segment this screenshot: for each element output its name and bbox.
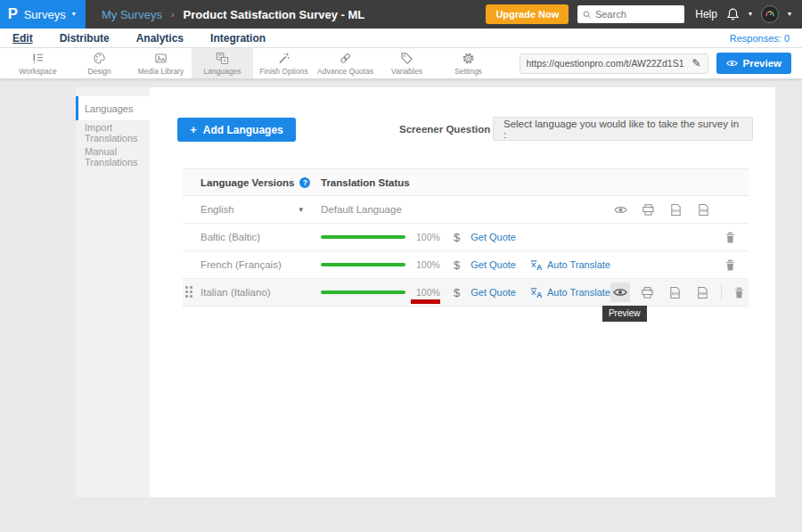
search-icon: [583, 10, 592, 20]
tool-variables[interactable]: Variables: [376, 48, 438, 78]
language-name: Baltic (Baltic): [200, 232, 260, 242]
get-quote-link[interactable]: Get Quote: [471, 259, 516, 270]
status-cell: 100% $ Get Quote: [321, 224, 749, 250]
print-icon[interactable]: [638, 282, 658, 302]
auto-translate-label: Auto Translate: [547, 287, 610, 298]
auto-translate-link[interactable]: A Auto Translate: [530, 287, 610, 299]
export-doc-icon[interactable]: DOC: [666, 200, 685, 219]
get-quote-link[interactable]: Get Quote: [471, 287, 516, 298]
translate-icon: A: [530, 259, 543, 271]
bell-icon[interactable]: [726, 7, 740, 21]
auto-translate-label: Auto Translate: [547, 259, 610, 270]
breadcrumb-separator-icon: ›: [171, 9, 175, 20]
tool-advance-quotas[interactable]: Advance Quotas: [315, 48, 376, 78]
sidebar-item-import-translations[interactable]: Import Translations: [76, 120, 150, 144]
status-cell: Default Language DOC PDF: [321, 196, 749, 223]
survey-url: https://questionpro.com/t/AW22Zd1S1: [527, 58, 684, 69]
column-language-versions: Language Versions ?: [183, 177, 321, 188]
screener-question-select[interactable]: Select language you would like to take t…: [493, 117, 753, 141]
tool-label: Advance Quotas: [317, 67, 373, 76]
responses-count[interactable]: Responses: 0: [730, 33, 790, 44]
sidebar-item-manual-translations[interactable]: Manual Translations: [76, 144, 150, 168]
table-row-english: English ▾ Default Language DOC PDF: [183, 196, 749, 224]
table-row-italian: Italian (Italiano) 100% $ Get Quote A Au…: [183, 279, 749, 307]
preview-button-label: Preview: [743, 58, 782, 69]
dollar-icon[interactable]: $: [454, 258, 460, 272]
preview-tooltip: Preview: [602, 306, 647, 322]
export-pdf-icon[interactable]: PDF: [693, 200, 713, 219]
preview-button[interactable]: Preview: [716, 53, 791, 74]
dollar-icon[interactable]: $: [454, 286, 460, 299]
svg-text:A: A: [536, 263, 543, 271]
tool-languages[interactable]: A Languages: [192, 48, 253, 78]
table-row-french: French (Français) 100% $ Get Quote A Aut…: [183, 251, 749, 279]
breadcrumb-my-surveys[interactable]: My Surveys: [102, 8, 162, 21]
column-translation-status: Translation Status: [321, 177, 410, 188]
languages-panel: Languages Import Translations Manual Tra…: [76, 87, 775, 497]
language-versions-table: Language Versions ? Translation Status E…: [183, 168, 749, 307]
translate-icon: A: [530, 287, 543, 299]
translation-progress-value: 100%: [416, 287, 443, 298]
tool-settings[interactable]: Settings: [438, 48, 499, 78]
chevron-down-icon[interactable]: ▾: [299, 205, 303, 214]
auto-translate-link[interactable]: A Auto Translate: [530, 259, 610, 271]
tool-label: Settings: [454, 67, 482, 76]
breadcrumb: My Surveys › Product Satisfaction Survey…: [102, 8, 364, 21]
tool-design[interactable]: Design: [69, 48, 130, 78]
tool-label: Workspace: [19, 67, 56, 76]
plus-icon: +: [190, 123, 197, 136]
sidebar-item-label: Manual Translations: [85, 146, 150, 168]
drag-handle[interactable]: [185, 286, 192, 298]
delete-icon[interactable]: [720, 227, 740, 247]
chevron-down-icon: ▾: [749, 11, 752, 18]
edit-url-icon[interactable]: ✎: [692, 57, 700, 70]
delete-icon[interactable]: [730, 282, 749, 302]
print-icon[interactable]: [638, 200, 658, 219]
help-link[interactable]: Help: [695, 8, 717, 20]
product-menu[interactable]: P Surveys ▾: [0, 0, 86, 29]
sidebar-item-label: Languages: [85, 103, 133, 114]
tool-label: Languages: [203, 67, 241, 76]
tool-workspace[interactable]: Workspace: [7, 48, 69, 78]
topbar-actions: Upgrade Now Help ▾ ▾: [486, 4, 802, 24]
delete-icon[interactable]: [720, 255, 740, 274]
table-row-baltic: Baltic (Baltic) 100% $ Get Quote: [183, 224, 749, 251]
translation-progress-bar: [321, 291, 405, 294]
avatar[interactable]: [761, 5, 779, 23]
red-annotation-underline: [411, 299, 440, 304]
survey-url-field[interactable]: https://questionpro.com/t/AW22Zd1S1 ✎: [520, 53, 708, 74]
translate-icon: A: [216, 52, 229, 65]
tool-label: Design: [87, 67, 110, 76]
tool-media-library[interactable]: Media Library: [130, 48, 192, 78]
help-icon[interactable]: ?: [299, 177, 310, 188]
language-cell: Baltic (Baltic): [183, 232, 321, 242]
svg-text:DOC: DOC: [672, 209, 680, 213]
search-input[interactable]: [595, 9, 679, 20]
tab-analytics[interactable]: Analytics: [136, 32, 184, 45]
sidebar-item-languages[interactable]: Languages: [76, 96, 150, 120]
dollar-icon[interactable]: $: [454, 231, 460, 244]
survey-nav: Edit Distribute Analytics Integration Re…: [0, 29, 802, 48]
tag-icon: [400, 52, 413, 65]
topbar: P Surveys ▾ My Surveys › Product Satisfa…: [0, 0, 802, 29]
tool-finish-options[interactable]: Finish Options: [253, 48, 315, 78]
preview-eye-icon[interactable]: Preview: [610, 282, 630, 302]
languages-sidebar: Languages Import Translations Manual Tra…: [76, 87, 150, 497]
export-doc-icon[interactable]: DOC: [666, 282, 685, 302]
preview-eye-icon[interactable]: [610, 200, 630, 219]
tab-distribute[interactable]: Distribute: [60, 32, 110, 45]
svg-text:A: A: [536, 291, 543, 299]
export-pdf-icon[interactable]: PDF: [693, 282, 713, 302]
palette-icon: [93, 52, 106, 65]
screener-question-value: Select language you would like to take t…: [503, 119, 742, 140]
tab-integration[interactable]: Integration: [210, 32, 266, 45]
tab-edit[interactable]: Edit: [12, 32, 33, 45]
get-quote-link[interactable]: Get Quote: [471, 232, 516, 242]
svg-text:A: A: [223, 58, 226, 63]
translation-progress-value: 100%: [416, 259, 443, 270]
add-languages-button[interactable]: + Add Languages: [177, 118, 296, 142]
status-cell: 100% $ Get Quote A Auto Translate: [321, 251, 749, 278]
questionpro-logo-icon: P: [8, 7, 18, 21]
upgrade-now-button[interactable]: Upgrade Now: [486, 4, 569, 24]
global-search[interactable]: [577, 5, 684, 23]
